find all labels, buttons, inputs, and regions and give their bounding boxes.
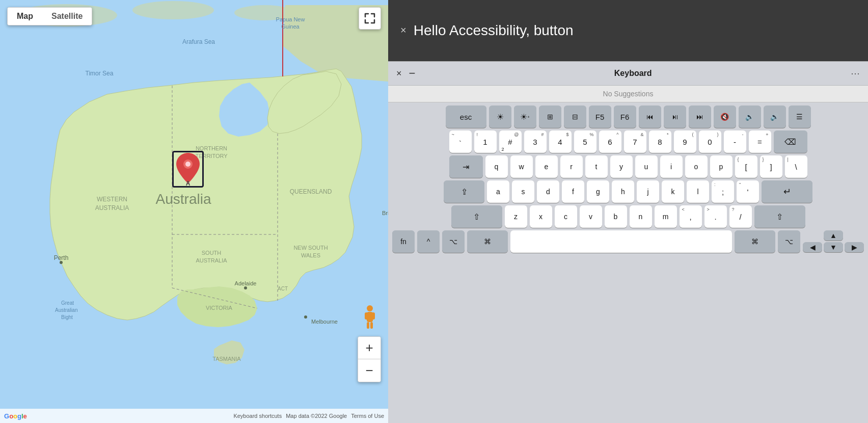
key-z[interactable]: z xyxy=(505,205,527,228)
key-brightness-up[interactable]: ☀+ xyxy=(514,105,536,128)
key-7[interactable]: &7 xyxy=(624,130,646,153)
svg-point-31 xyxy=(304,315,307,319)
pegman-button[interactable] xyxy=(359,306,381,329)
qwerty-row: ⇥ q w e r t y u i o p {[ }] |\ xyxy=(392,155,864,178)
key-capslock[interactable]: ⇪ xyxy=(444,180,484,203)
key-cmd-right[interactable]: ⌘ xyxy=(735,230,775,253)
key-e[interactable]: e xyxy=(535,155,558,178)
key-lbracket[interactable]: {[ xyxy=(735,155,757,178)
key-mission-control[interactable]: ⊞ xyxy=(539,105,561,128)
key-brightness-down[interactable]: ☀ xyxy=(489,105,511,128)
key-arrow-up[interactable]: ▲ xyxy=(824,230,843,241)
key-4[interactable]: $4 xyxy=(549,130,572,153)
key-b[interactable]: b xyxy=(605,205,627,228)
fullscreen-icon xyxy=(364,13,375,24)
key-n[interactable]: n xyxy=(630,205,652,228)
satellite-tab[interactable]: Satellite xyxy=(42,8,92,25)
key-shift-left[interactable]: ⇧ xyxy=(451,205,502,228)
key-esc[interactable]: esc xyxy=(446,105,486,128)
key-q[interactable]: q xyxy=(485,155,508,178)
zoom-in-button[interactable]: + xyxy=(358,337,381,359)
key-vol-down[interactable]: 🔉 xyxy=(739,105,761,128)
key-space[interactable] xyxy=(510,230,732,253)
key-h[interactable]: h xyxy=(612,180,634,203)
key-u[interactable]: u xyxy=(635,155,658,178)
key-launchpad[interactable]: ⊟ xyxy=(564,105,586,128)
key-g[interactable]: g xyxy=(587,180,609,203)
key-ctrl[interactable]: ^ xyxy=(417,230,440,253)
key-rbracket[interactable]: }] xyxy=(760,155,782,178)
svg-text:Timor Sea: Timor Sea xyxy=(86,70,114,77)
key-v[interactable]: v xyxy=(580,205,602,228)
key-semicolon[interactable]: :; xyxy=(712,180,734,203)
key-3[interactable]: #3 xyxy=(524,130,547,153)
asdf-row: ⇪ a s d f g h j k l :; "' ↵ xyxy=(392,180,864,203)
key-return[interactable]: ↵ xyxy=(762,180,812,203)
key-option-right[interactable]: ⌥ xyxy=(778,230,800,253)
map-footer: Google Keyboard shortcuts Map data ©2022… xyxy=(0,409,388,423)
key-c[interactable]: c xyxy=(555,205,577,228)
key-cmd-left[interactable]: ⌘ xyxy=(467,230,508,253)
key-w[interactable]: w xyxy=(510,155,533,178)
key-quote[interactable]: "' xyxy=(737,180,759,203)
key-8[interactable]: *8 xyxy=(649,130,671,153)
key-s[interactable]: s xyxy=(512,180,534,203)
key-rewind[interactable]: ⏮ xyxy=(639,105,661,128)
key-j[interactable]: j xyxy=(637,180,659,203)
key-shift-right[interactable]: ⇧ xyxy=(754,205,805,228)
key-menu[interactable]: ☰ xyxy=(789,105,811,128)
key-0[interactable]: )0 xyxy=(699,130,721,153)
keyboard-more-button[interactable]: ⋯ xyxy=(851,68,860,79)
key-y[interactable]: y xyxy=(610,155,633,178)
key-k[interactable]: k xyxy=(662,180,684,203)
key-r[interactable]: r xyxy=(560,155,583,178)
key-comma[interactable]: <, xyxy=(680,205,702,228)
zoom-out-button[interactable]: − xyxy=(358,359,381,382)
key-t[interactable]: t xyxy=(585,155,608,178)
fullscreen-button[interactable] xyxy=(359,7,381,30)
key-l[interactable]: l xyxy=(687,180,709,203)
key-9[interactable]: (9 xyxy=(674,130,696,153)
key-equals[interactable]: += xyxy=(749,130,771,153)
key-fast-forward[interactable]: ⏭ xyxy=(689,105,711,128)
map-footer-links: Keyboard shortcuts Map data ©2022 Google… xyxy=(233,413,384,419)
key-tilde-grave[interactable]: ~` xyxy=(449,130,472,153)
key-minus[interactable]: -- xyxy=(724,130,746,153)
key-arrow-down[interactable]: ▼ xyxy=(824,242,843,252)
key-vol-up[interactable]: 🔊 xyxy=(764,105,786,128)
key-5[interactable]: %5 xyxy=(574,130,596,153)
key-slash[interactable]: ?/ xyxy=(729,205,752,228)
key-p[interactable]: p xyxy=(710,155,733,178)
svg-rect-42 xyxy=(365,312,368,320)
key-f5[interactable]: F5 xyxy=(589,105,611,128)
key-m[interactable]: m xyxy=(655,205,677,228)
key-x[interactable]: x xyxy=(530,205,552,228)
key-backspace[interactable]: ⌫ xyxy=(774,130,807,153)
keyboard-shortcuts-link[interactable]: Keyboard shortcuts xyxy=(233,413,282,419)
key-2[interactable]: @#2 xyxy=(499,130,522,153)
key-a[interactable]: a xyxy=(487,180,509,203)
key-tab[interactable]: ⇥ xyxy=(449,155,483,178)
key-arrow-left[interactable]: ◀ xyxy=(803,242,822,252)
key-option-left[interactable]: ⌥ xyxy=(442,230,465,253)
key-period[interactable]: >. xyxy=(704,205,727,228)
map-tab[interactable]: Map xyxy=(8,8,42,25)
key-fn[interactable]: fn xyxy=(392,230,415,253)
key-f6[interactable]: F6 xyxy=(614,105,636,128)
terms-link[interactable]: Terms of Use xyxy=(351,413,384,419)
svg-text:Brisb.: Brisb. xyxy=(382,210,388,216)
key-mute[interactable]: 🔇 xyxy=(714,105,736,128)
key-6[interactable]: ^6 xyxy=(599,130,621,153)
map-pin[interactable]: A xyxy=(172,151,204,188)
keyboard-close-button[interactable]: × xyxy=(396,68,402,79)
key-arrow-right[interactable]: ▶ xyxy=(845,242,864,252)
key-d[interactable]: d xyxy=(537,180,559,203)
key-play-pause[interactable]: ⏯ xyxy=(664,105,686,128)
key-backslash[interactable]: |\ xyxy=(785,155,807,178)
key-1[interactable]: !1 xyxy=(474,130,497,153)
key-o[interactable]: o xyxy=(685,155,708,178)
keyboard-minimize-button[interactable]: − xyxy=(409,67,416,80)
key-f[interactable]: f xyxy=(562,180,584,203)
key-i[interactable]: i xyxy=(660,155,683,178)
accessibility-close-button[interactable]: × xyxy=(400,24,406,36)
